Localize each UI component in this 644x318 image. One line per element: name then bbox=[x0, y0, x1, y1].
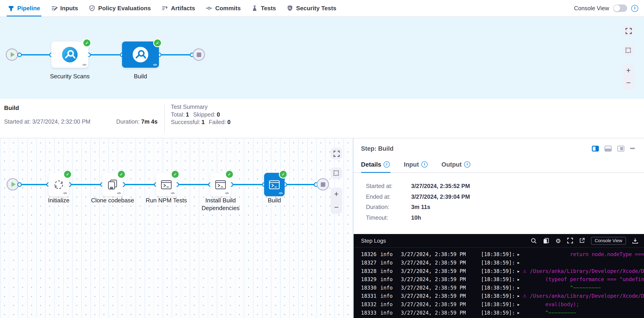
pipeline-edge bbox=[20, 54, 52, 55]
tab-output[interactable]: Output i bbox=[442, 161, 470, 173]
log-expand-caret-icon[interactable]: ▸ bbox=[518, 309, 520, 317]
log-row: 18329info3/27/2024, 2:38:59 PM[18:38:59]… bbox=[354, 276, 644, 284]
pipeline-edge bbox=[285, 184, 316, 185]
log-row: 18326info3/27/2024, 2:38:59 PM[18:38:59]… bbox=[354, 250, 644, 259]
zoom-out-button[interactable]: − bbox=[331, 201, 342, 214]
log-timestamp: 3/27/2024, 2:38:59 PM bbox=[401, 276, 466, 283]
log-expand-caret-icon[interactable]: ▸ bbox=[518, 276, 520, 283]
step-label[interactable]: Initialize bbox=[30, 197, 88, 204]
log-expand-caret-icon[interactable]: ▸ bbox=[518, 301, 520, 308]
pipeline-end-node[interactable] bbox=[317, 178, 329, 191]
log-timestamp: 3/27/2024, 2:38:59 PM bbox=[401, 293, 466, 300]
selection-box-icon bbox=[625, 47, 632, 54]
info-icon[interactable]: i bbox=[464, 161, 470, 168]
log-timestamp: 3/27/2024, 2:38:59 PM bbox=[401, 251, 466, 258]
log-expand-caret-icon[interactable]: ▸ bbox=[518, 259, 520, 267]
log-message: eval(body); bbox=[524, 301, 644, 308]
success-check-badge: ✓ bbox=[63, 170, 72, 179]
zoom-in-button[interactable]: + bbox=[331, 188, 342, 201]
tab-security-tests[interactable]: Security Tests bbox=[281, 0, 342, 16]
zoom-out-button[interactable]: − bbox=[622, 77, 634, 89]
split-vertical-view-icon[interactable] bbox=[592, 145, 599, 151]
info-icon[interactable]: i bbox=[421, 161, 428, 168]
pipeline-start-node[interactable] bbox=[6, 48, 18, 61]
log-expand-caret-icon[interactable]: ▸ bbox=[518, 251, 520, 258]
log-level: info bbox=[380, 301, 392, 308]
copy-icon[interactable] bbox=[543, 237, 549, 244]
tab-input[interactable]: Input i bbox=[404, 161, 428, 173]
step-node-build[interactable]: ✓ </> bbox=[264, 173, 285, 196]
console-view-toggle[interactable] bbox=[613, 4, 627, 12]
security-scan-icon bbox=[62, 47, 78, 63]
duration: Duration:7m 4s bbox=[116, 118, 157, 125]
inputs-icon bbox=[51, 5, 58, 11]
pipeline-icon bbox=[8, 5, 14, 11]
step-label[interactable]: Clone codebase bbox=[84, 197, 142, 204]
stage-label[interactable]: Security Scans bbox=[41, 73, 98, 80]
pipeline-end-node[interactable] bbox=[193, 48, 205, 61]
console-view-button[interactable]: Console View bbox=[591, 237, 626, 245]
log-expand-caret-icon[interactable]: ▸ bbox=[518, 293, 520, 300]
zoom-in-button[interactable]: + bbox=[622, 64, 634, 77]
stage-title: Build bbox=[4, 105, 164, 111]
tab-tests[interactable]: Tests bbox=[246, 0, 282, 16]
stage-node-security-scans[interactable]: ✓ </> bbox=[51, 41, 88, 68]
step-logs-panel: Step Logs ⚙ bbox=[354, 234, 644, 318]
log-clock: [18:38:59]: bbox=[481, 259, 515, 267]
search-icon[interactable] bbox=[531, 237, 537, 244]
stage-label[interactable]: Build bbox=[112, 73, 170, 80]
tab-inputs[interactable]: Inputs bbox=[45, 0, 83, 16]
tab-policy-evaluations[interactable]: Policy Evaluations bbox=[83, 0, 156, 16]
tab-artifacts[interactable]: Artifacts bbox=[156, 0, 200, 16]
settings-gear-icon[interactable]: ⚙ bbox=[556, 237, 561, 244]
step-node-run-npm-tests[interactable]: ✓ </> bbox=[156, 173, 176, 196]
field-row: Duration:3m 11s bbox=[366, 204, 644, 210]
select-region-button[interactable] bbox=[622, 45, 634, 56]
field-value: 3m 11s bbox=[411, 204, 430, 210]
step-label[interactable]: Run NPM Tests bbox=[138, 197, 195, 204]
log-expand-caret-icon[interactable]: ▸ bbox=[518, 268, 520, 275]
minimize-panel-icon[interactable] bbox=[630, 148, 635, 149]
fullscreen-icon[interactable] bbox=[567, 238, 573, 243]
log-line-number: 18328 bbox=[361, 268, 376, 275]
code-badge: </> bbox=[63, 191, 67, 195]
step-label[interactable]: Install BuildDependencies bbox=[192, 197, 249, 212]
step-node-clone-codebase[interactable]: ✓ </> bbox=[102, 173, 123, 196]
select-region-button[interactable] bbox=[331, 168, 342, 179]
detail-view-icon[interactable] bbox=[617, 145, 624, 151]
step-node-install-build-dependencies[interactable]: ✓ </> bbox=[210, 173, 231, 196]
lower-split: ✓ </> Initialize ✓ </> Clone codebase bbox=[0, 138, 644, 318]
test-summary: Test Summary Total:1Skipped:0 Successful… bbox=[165, 99, 230, 138]
log-expand-caret-icon: [18:38:59]: bbox=[481, 309, 515, 317]
step-node-initialize[interactable]: ✓ </> bbox=[48, 173, 69, 196]
code-badge: </> bbox=[279, 191, 282, 195]
nav-tabs: Pipeline Inputs Policy Evaluations Artif… bbox=[2, 0, 342, 16]
info-icon[interactable]: i bbox=[384, 161, 390, 168]
terminal-icon bbox=[160, 178, 172, 191]
split-horizontal-view-icon[interactable] bbox=[604, 145, 612, 151]
tab-commits[interactable]: Commits bbox=[200, 0, 246, 16]
log-expand-caret-icon[interactable]: ▸ bbox=[518, 284, 520, 291]
download-icon[interactable] bbox=[632, 237, 638, 244]
success-check-badge: ✓ bbox=[279, 170, 288, 179]
log-timestamp: 3/27/2024, 2:38:59 PM bbox=[401, 284, 466, 291]
log-line-number: 18330 bbox=[361, 284, 376, 291]
tab-label: Inputs bbox=[60, 5, 78, 11]
info-icon[interactable]: i bbox=[631, 5, 638, 12]
fullscreen-button[interactable] bbox=[331, 148, 342, 159]
open-in-new-icon[interactable] bbox=[579, 238, 585, 243]
success-check-badge: ✓ bbox=[83, 39, 91, 47]
tab-details[interactable]: Details i bbox=[361, 161, 390, 173]
code-badge: </> bbox=[153, 63, 157, 66]
log-clock: [18:38:59]: bbox=[481, 251, 515, 258]
stage-node-build[interactable]: ✓ </> bbox=[122, 41, 159, 68]
stage-pipeline-canvas[interactable]: ✓ </> Security Scans ✓ </> Build bbox=[0, 17, 644, 99]
step-pipeline-canvas[interactable]: ✓ </> Initialize ✓ </> Clone codebase bbox=[0, 138, 354, 318]
fullscreen-button[interactable] bbox=[622, 25, 634, 37]
step-details-panel: Step: Build Details i Input i bbox=[354, 138, 644, 318]
play-icon bbox=[12, 182, 16, 187]
step-label[interactable]: Build bbox=[246, 197, 303, 204]
tab-pipeline[interactable]: Pipeline bbox=[2, 0, 46, 16]
pipeline-edge bbox=[123, 184, 156, 185]
log-row: 18332info3/27/2024, 2:38:59 PM[18:38:59]… bbox=[354, 301, 644, 309]
